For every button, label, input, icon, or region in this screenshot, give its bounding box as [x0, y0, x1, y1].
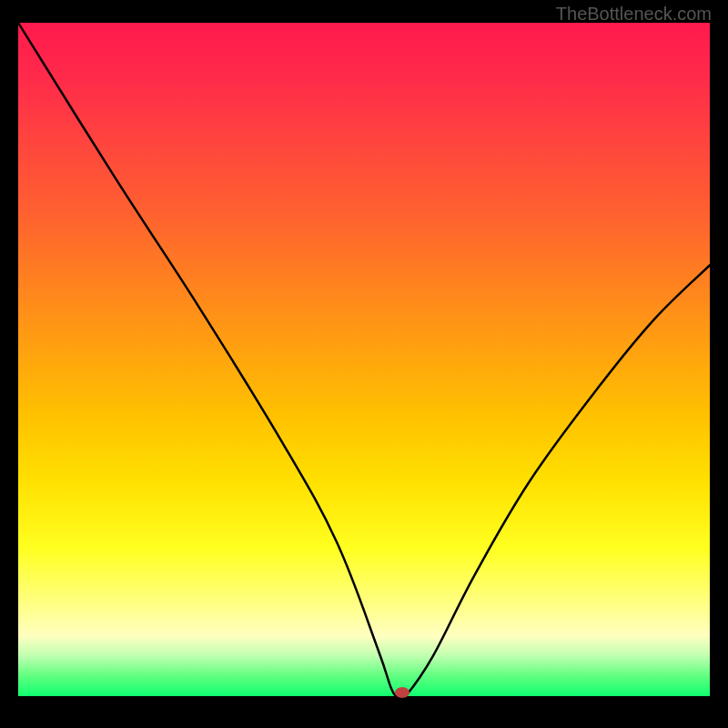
gradient-plot-area — [18, 23, 710, 696]
chart-container: TheBottleneck.com — [0, 0, 728, 728]
minimum-marker-icon — [395, 687, 410, 698]
watermark-text: TheBottleneck.com — [556, 4, 712, 25]
bottleneck-curve — [18, 23, 710, 696]
